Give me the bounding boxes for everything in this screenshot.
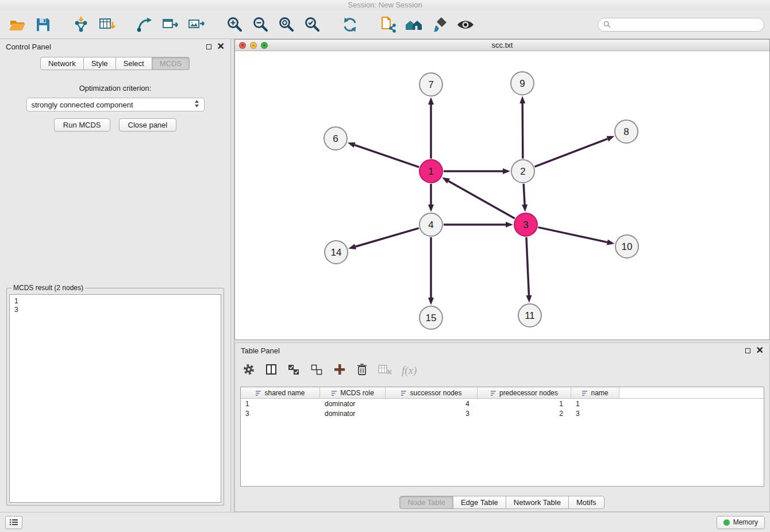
close-table-panel-icon[interactable]: ✕ xyxy=(756,347,764,354)
graph-node-9[interactable]: 9 xyxy=(511,72,534,95)
graph-node-6[interactable]: 6 xyxy=(324,127,347,150)
table-cell[interactable]: 1 xyxy=(478,400,571,408)
table-cell[interactable]: 3 xyxy=(571,410,619,418)
select-all-columns-button[interactable] xyxy=(287,363,301,379)
delete-table-button[interactable] xyxy=(378,363,392,378)
zoom-in-button[interactable] xyxy=(223,13,246,36)
task-history-button[interactable] xyxy=(5,516,22,529)
table-cell[interactable]: 4 xyxy=(386,400,478,408)
window-zoom-button[interactable]: + xyxy=(261,42,268,49)
show-details-button[interactable] xyxy=(454,13,477,36)
style-brush-button[interactable] xyxy=(428,13,451,36)
column-header-filler xyxy=(619,387,764,398)
window-close-button[interactable]: × xyxy=(239,42,246,49)
add-column-icon xyxy=(333,363,346,376)
graph-node-2[interactable]: 2 xyxy=(511,160,534,183)
zoom-fit-button[interactable] xyxy=(275,13,298,36)
tab-style[interactable]: Style xyxy=(83,57,116,70)
search-box[interactable] xyxy=(598,18,764,32)
tab-select[interactable]: Select xyxy=(116,57,152,70)
graph-node-11[interactable]: 11 xyxy=(518,304,541,327)
split-columns-button[interactable] xyxy=(265,363,278,378)
column-header-shared-name[interactable]: shared name xyxy=(241,387,320,398)
graph-edge-2-8[interactable] xyxy=(535,136,615,167)
table-cell[interactable]: dominator xyxy=(320,410,386,418)
column-header-mcds-role[interactable]: MCDS role xyxy=(320,387,386,398)
float-table-panel-icon[interactable] xyxy=(745,348,750,353)
graph-edge-4-3[interactable] xyxy=(444,222,513,228)
network-canvas[interactable]: 7968124314101511 xyxy=(235,51,769,339)
open-session-button[interactable] xyxy=(6,13,29,36)
delete-column-button[interactable] xyxy=(356,363,368,379)
column-header-name[interactable]: name xyxy=(571,387,619,398)
search-input[interactable] xyxy=(614,21,759,29)
save-session-button[interactable] xyxy=(32,13,55,36)
share-network-button[interactable] xyxy=(133,13,156,36)
deselect-all-columns-button[interactable] xyxy=(310,363,324,379)
tab-motifs[interactable]: Motifs xyxy=(568,496,605,509)
export-network-icon xyxy=(161,16,180,34)
table-row[interactable]: 1dominator411 xyxy=(241,399,764,408)
graph-node-1[interactable]: 1 xyxy=(419,160,442,183)
svg-text:8: 8 xyxy=(623,126,629,137)
graph-edge-2-9[interactable] xyxy=(519,96,525,159)
graph-edge-1-7[interactable] xyxy=(428,97,434,159)
criterion-select[interactable]: strongly connected component xyxy=(26,98,205,111)
graph-node-7[interactable]: 7 xyxy=(419,73,442,96)
memory-button[interactable]: Memory xyxy=(717,516,765,529)
graph-edge-1-4[interactable] xyxy=(428,184,434,212)
tab-network-table[interactable]: Network Table xyxy=(506,496,569,509)
graph-edge-3-10[interactable] xyxy=(538,228,615,245)
vertical-splitter[interactable] xyxy=(230,39,234,512)
zoom-out-button[interactable] xyxy=(249,13,272,36)
graph-edge-4-14[interactable] xyxy=(348,228,419,249)
window-minimize-button[interactable]: − xyxy=(250,42,257,49)
graph-edge-2-3[interactable] xyxy=(522,184,528,212)
export-image-button[interactable] xyxy=(185,13,208,36)
graph-node-14[interactable]: 14 xyxy=(325,241,348,264)
table-cell[interactable]: 1 xyxy=(241,400,320,408)
table-cell[interactable]: 3 xyxy=(241,410,320,418)
graph-node-10[interactable]: 10 xyxy=(615,235,638,258)
home-button[interactable] xyxy=(402,13,425,36)
zoom-selected-button[interactable] xyxy=(301,13,324,36)
tab-network[interactable]: Network xyxy=(40,57,84,70)
tab-node-table[interactable]: Node Table xyxy=(399,496,453,509)
close-panel-icon[interactable]: ✕ xyxy=(217,43,225,50)
table-row[interactable]: 3dominator323 xyxy=(241,408,764,418)
svg-text:11: 11 xyxy=(525,310,535,321)
import-table-button[interactable] xyxy=(95,13,118,36)
column-header-predecessor-nodes[interactable]: predecessor nodes xyxy=(478,387,571,398)
float-panel-icon[interactable] xyxy=(206,44,211,49)
function-builder-button[interactable]: f(x) xyxy=(402,364,417,377)
graph-node-8[interactable]: 8 xyxy=(615,120,638,143)
tab-mcds[interactable]: MCDS xyxy=(152,57,190,70)
control-panel-tabs: Network Style Select MCDS xyxy=(0,57,230,70)
mcds-result-line: 3 xyxy=(14,306,216,314)
column-header-successor-nodes[interactable]: successor nodes xyxy=(386,387,478,398)
column-sort-icon xyxy=(582,390,588,396)
add-column-button[interactable] xyxy=(333,363,346,379)
mcds-result-list[interactable]: 13 xyxy=(9,294,221,503)
graph-node-15[interactable]: 15 xyxy=(419,306,442,329)
run-mcds-button[interactable]: Run MCDS xyxy=(54,118,110,132)
graph-node-3[interactable]: 3 xyxy=(514,213,537,236)
table-cell[interactable]: 2 xyxy=(478,410,571,418)
refresh-view-button[interactable] xyxy=(338,13,361,36)
graph-edge-3-1[interactable] xyxy=(442,178,515,218)
graph-edge-4-15[interactable] xyxy=(428,237,434,305)
control-panel-title: Control Panel xyxy=(6,43,51,51)
table-cell[interactable]: 1 xyxy=(571,400,619,408)
graph-edge-3-11[interactable] xyxy=(526,237,532,303)
tab-edge-table[interactable]: Edge Table xyxy=(453,496,506,509)
export-network-button[interactable] xyxy=(159,13,182,36)
import-network-button[interactable] xyxy=(70,13,93,36)
network-from-document-button[interactable] xyxy=(376,13,399,36)
graph-edge-1-2[interactable] xyxy=(444,168,510,174)
graph-node-4[interactable]: 4 xyxy=(419,213,442,236)
table-settings-button[interactable] xyxy=(242,363,256,379)
table-cell[interactable]: 3 xyxy=(386,410,478,418)
graph-edge-1-6[interactable] xyxy=(348,142,419,167)
table-cell[interactable]: dominator xyxy=(320,400,386,408)
close-panel-button[interactable]: Close panel xyxy=(119,118,177,132)
